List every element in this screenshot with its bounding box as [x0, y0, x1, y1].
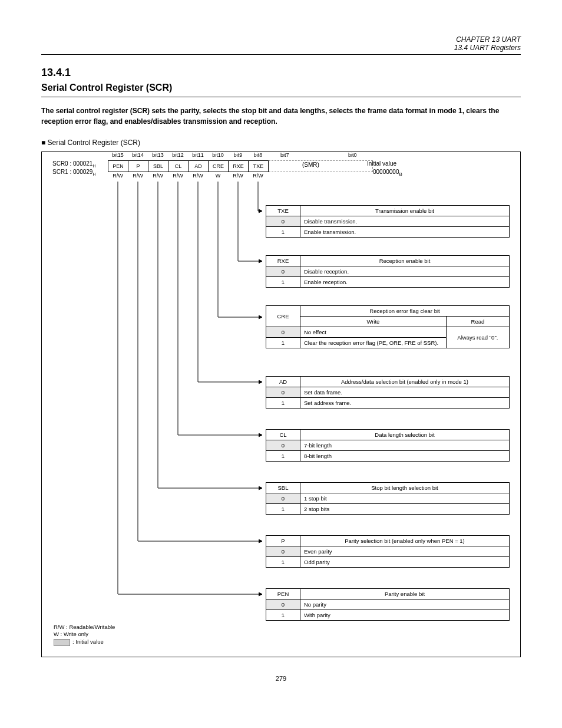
legend: R/W : Readable/Writable W : Write only :…: [54, 624, 115, 646]
connector-lines: [108, 182, 273, 630]
address-block: SCR0 : 000021H SCR1 : 000029H: [52, 160, 95, 177]
bitbox: CRE: [208, 160, 228, 172]
p-table: PParity selection bit (enabled only when…: [266, 535, 510, 568]
initial-value-label: Initial value: [367, 160, 396, 167]
header-section: 13.4 UART Registers: [41, 44, 521, 52]
page-header: CHAPTER 13 UART 13.4 UART Registers: [41, 35, 521, 55]
rw: R/W: [108, 173, 128, 179]
bitnum: bit12: [168, 152, 188, 158]
addr-sub: H: [92, 164, 95, 168]
initial-value: 00000000B: [373, 169, 402, 177]
legend-init: : Initial value: [54, 638, 115, 646]
rw: W: [208, 173, 228, 179]
bitnum: bit10: [208, 152, 228, 158]
addr0: SCR0 : 000021: [52, 160, 92, 167]
rw: R/W: [168, 173, 188, 179]
legend-swatch: [54, 639, 70, 646]
bitbox: CL: [168, 160, 188, 172]
bitbox: P: [128, 160, 148, 172]
sbl-table: SBLStop bit length selection bit 01 stop…: [266, 482, 510, 515]
bit-boxes: PEN P SBL CL AD CRE RXE TXE: [108, 160, 269, 172]
cre-table: CREReception error flag clear bit WriteR…: [266, 305, 510, 348]
rw: R/W: [228, 173, 248, 179]
cl-table: CLData length selection bit 07-bit lengt…: [266, 429, 510, 462]
bitnum: bit14: [128, 152, 148, 158]
bitbox: PEN: [108, 160, 128, 172]
rw: R/W: [248, 173, 268, 179]
smr-dashbox: [269, 160, 373, 172]
ad-table: ADAddress/data selection bit (enabled on…: [266, 376, 510, 409]
txe-table: TXETransmission enable bit 0Disable tran…: [266, 205, 510, 238]
bitnum: bit8: [248, 152, 268, 158]
rw-row: R/W R/W R/W R/W R/W W R/W R/W: [108, 173, 268, 179]
addr1: SCR1 : 000029: [52, 169, 92, 175]
section-intro: The serial control register (SCR) sets t…: [41, 106, 521, 127]
rw: R/W: [128, 173, 148, 179]
header-chapter: CHAPTER 13 UART: [41, 35, 521, 44]
bitnum: bit9: [228, 152, 248, 158]
bitnum: bit15: [108, 152, 128, 158]
section-title: Serial Control Register (SCR): [41, 83, 521, 97]
bit7-label: bit7: [280, 152, 289, 158]
bit-numbers: bit15 bit14 bit13 bit12 bit11 bit10 bit9…: [108, 152, 268, 158]
addr-sub: H: [92, 172, 95, 176]
rxe-table: RXEReception enable bit 0Disable recepti…: [266, 255, 510, 288]
bitbox: TXE: [248, 160, 269, 172]
bitnum: bit13: [148, 152, 168, 158]
bitbox: SBL: [148, 160, 168, 172]
bitbox: RXE: [228, 160, 248, 172]
figure-label: ■ Serial Control Register (SCR): [41, 139, 521, 147]
page-number: 279: [41, 675, 521, 682]
bitnum: bit11: [188, 152, 208, 158]
section-number: 13.4.1: [41, 67, 521, 79]
rw: R/W: [188, 173, 208, 179]
legend-w: W : Write only: [54, 631, 115, 638]
rw: R/W: [148, 173, 168, 179]
bitbox: AD: [188, 160, 208, 172]
legend-rw: R/W : Readable/Writable: [54, 624, 115, 631]
register-diagram: bit15 bit14 bit13 bit12 bit11 bit10 bit9…: [41, 151, 521, 657]
bit0-label: bit0: [348, 152, 357, 158]
smr-label: (SMR): [302, 162, 319, 168]
pen-table: PENParity enable bit 0No parity 1With pa…: [266, 588, 510, 621]
